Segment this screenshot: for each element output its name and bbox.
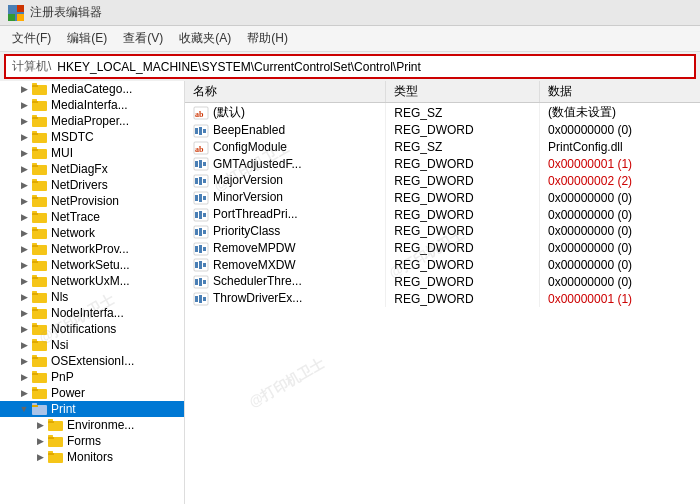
tree-item-Monitors[interactable]: ▶ Monitors xyxy=(0,449,184,465)
tree-label-NetworkProv: NetworkProv... xyxy=(51,242,129,256)
expand-arrow-Environme[interactable]: ▶ xyxy=(32,420,48,430)
menu-item-help[interactable]: 帮助(H) xyxy=(239,28,296,49)
tree-item-NetProvision[interactable]: ▶ NetProvision xyxy=(0,193,184,209)
tree-item-Power[interactable]: ▶ Power xyxy=(0,385,184,401)
menu-item-edit[interactable]: 编辑(E) xyxy=(59,28,115,49)
cell-type-BeepEnabled: REG_DWORD xyxy=(386,122,540,139)
tree-item-MediaProper[interactable]: ▶ MediaProper... xyxy=(0,113,184,129)
tree-item-NetworkUxM[interactable]: ▶ NetworkUxM... xyxy=(0,273,184,289)
svg-rect-90 xyxy=(199,177,202,185)
svg-rect-93 xyxy=(195,195,198,201)
svg-rect-81 xyxy=(203,129,206,133)
expand-arrow-NetworkSetu[interactable]: ▶ xyxy=(16,260,32,270)
expand-arrow-NetworkProv[interactable]: ▶ xyxy=(16,244,32,254)
reg-name-text-GMTAdjustedF: GMTAdjustedF... xyxy=(213,157,301,171)
expand-arrow-MSDTC[interactable]: ▶ xyxy=(16,132,32,142)
cell-data-MajorVersion: 0x00000002 (2) xyxy=(540,172,701,189)
svg-rect-102 xyxy=(199,228,202,236)
tree-item-NetTrace[interactable]: ▶ NetTrace xyxy=(0,209,184,225)
menu-item-favorites[interactable]: 收藏夹(A) xyxy=(171,28,239,49)
tree-item-NodeInterfa[interactable]: ▶ NodeInterfa... xyxy=(0,305,184,321)
table-row[interactable]: MajorVersionREG_DWORD0x00000002 (2) xyxy=(185,172,700,189)
tree-item-PnP[interactable]: ▶ PnP xyxy=(0,369,184,385)
col-header-name[interactable]: 名称 xyxy=(185,81,386,103)
expand-arrow-NetTrace[interactable]: ▶ xyxy=(16,212,32,222)
expand-arrow-NetDiagFx[interactable]: ▶ xyxy=(16,164,32,174)
expand-arrow-NodeInterfa[interactable]: ▶ xyxy=(16,308,32,318)
tree-label-MediaCateg: MediaCatego... xyxy=(51,82,132,96)
expand-arrow-MediaInterfa[interactable]: ▶ xyxy=(16,100,32,110)
tree-item-Nls[interactable]: ▶ Nls xyxy=(0,289,184,305)
expand-arrow-Nsi[interactable]: ▶ xyxy=(16,340,32,350)
tree-item-MediaCateg[interactable]: ▶ MediaCatego... xyxy=(0,81,184,97)
table-row[interactable]: GMTAdjustedF...REG_DWORD0x00000001 (1) xyxy=(185,156,700,173)
folder-icon-Power xyxy=(32,386,48,400)
expand-arrow-MUI[interactable]: ▶ xyxy=(16,148,32,158)
table-row[interactable]: RemoveMXDWREG_DWORD0x00000000 (0) xyxy=(185,257,700,274)
reg-icon-default: ab xyxy=(193,106,209,120)
svg-rect-101 xyxy=(195,229,198,235)
expand-arrow-Network[interactable]: ▶ xyxy=(16,228,32,238)
tree-item-NetDiagFx[interactable]: ▶ NetDiagFx xyxy=(0,161,184,177)
folder-icon-NetDrivers xyxy=(32,178,48,192)
tree-item-OSExtensionI[interactable]: ▶ OSExtensionI... xyxy=(0,353,184,369)
table-row[interactable]: SchedulerThre...REG_DWORD0x00000000 (0) xyxy=(185,273,700,290)
svg-rect-26 xyxy=(32,197,38,199)
table-row[interactable]: PriorityClassREG_DWORD0x00000000 (0) xyxy=(185,223,700,240)
table-row[interactable]: ThrowDriverEx...REG_DWORD0x00000001 (1) xyxy=(185,290,700,307)
tree-item-Notifications[interactable]: ▶ Notifications xyxy=(0,321,184,337)
address-bar[interactable]: 计算机\ HKEY_LOCAL_MACHINE\SYSTEM\CurrentCo… xyxy=(4,54,696,79)
expand-arrow-NetDrivers[interactable]: ▶ xyxy=(16,180,32,190)
table-row[interactable]: ab (默认)REG_SZ(数值未设置) xyxy=(185,103,700,123)
svg-rect-95 xyxy=(203,196,206,200)
tree-item-MediaInterfa[interactable]: ▶ MediaInterfa... xyxy=(0,97,184,113)
tree-item-NetDrivers[interactable]: ▶ NetDrivers xyxy=(0,177,184,193)
expand-arrow-OSExtensionI[interactable]: ▶ xyxy=(16,356,32,366)
table-row[interactable]: PortThreadPri...REG_DWORD0x00000000 (0) xyxy=(185,206,700,223)
expand-arrow-Monitors[interactable]: ▶ xyxy=(32,452,48,462)
tree-item-Forms[interactable]: ▶ Forms xyxy=(0,433,184,449)
col-header-type[interactable]: 类型 xyxy=(386,81,540,103)
table-row[interactable]: RemoveMPDWREG_DWORD0x00000000 (0) xyxy=(185,240,700,257)
expand-arrow-Nls[interactable]: ▶ xyxy=(16,292,32,302)
svg-rect-48 xyxy=(32,307,37,309)
tree-item-Print[interactable]: ▼ Print xyxy=(0,401,184,417)
reg-name-text-PriorityClass: PriorityClass xyxy=(213,224,280,238)
tree-item-NetworkSetu[interactable]: ▶ NetworkSetu... xyxy=(0,257,184,273)
tree-item-Nsi[interactable]: ▶ Nsi xyxy=(0,337,184,353)
tree-panel[interactable]: ▶ MediaCatego...▶ MediaInterfa...▶ Media… xyxy=(0,81,185,504)
menu-item-file[interactable]: 文件(F) xyxy=(4,28,59,49)
table-row[interactable]: BeepEnabledREG_DWORD0x00000000 (0) xyxy=(185,122,700,139)
tree-item-Network[interactable]: ▶ Network xyxy=(0,225,184,241)
tree-item-NetworkProv[interactable]: ▶ NetworkProv... xyxy=(0,241,184,257)
svg-rect-68 xyxy=(48,421,54,423)
reg-name-text-RemoveMXDW: RemoveMXDW xyxy=(213,258,296,272)
expand-arrow-MediaProper[interactable]: ▶ xyxy=(16,116,32,126)
expand-arrow-NetProvision[interactable]: ▶ xyxy=(16,196,32,206)
expand-arrow-MediaCateg[interactable]: ▶ xyxy=(16,84,32,94)
menu-item-view[interactable]: 查看(V) xyxy=(115,28,171,49)
svg-rect-99 xyxy=(203,213,206,217)
svg-text:ab: ab xyxy=(195,110,204,119)
tree-item-Environme[interactable]: ▶ Environme... xyxy=(0,417,184,433)
expand-arrow-NetworkUxM[interactable]: ▶ xyxy=(16,276,32,286)
svg-rect-119 xyxy=(203,297,206,301)
expand-arrow-Notifications[interactable]: ▶ xyxy=(16,324,32,334)
table-row[interactable]: ab ConfigModuleREG_SZPrintConfig.dll xyxy=(185,139,700,156)
tree-item-MUI[interactable]: ▶ MUI xyxy=(0,145,184,161)
expand-arrow-Print[interactable]: ▼ xyxy=(16,404,32,414)
cell-data-ThrowDriverEx: 0x00000001 (1) xyxy=(540,290,701,307)
svg-rect-65 xyxy=(32,405,38,407)
expand-arrow-PnP[interactable]: ▶ xyxy=(16,372,32,382)
registry-panel[interactable]: 名称类型数据 ab (默认)REG_SZ(数值未设置) BeepEnabledR… xyxy=(185,81,700,504)
expand-arrow-Power[interactable]: ▶ xyxy=(16,388,32,398)
tree-item-MSDTC[interactable]: ▶ MSDTC xyxy=(0,129,184,145)
expand-arrow-Forms[interactable]: ▶ xyxy=(32,436,48,446)
svg-rect-85 xyxy=(195,161,198,167)
col-header-data[interactable]: 数据 xyxy=(540,81,701,103)
reg-icon-MajorVersion xyxy=(193,174,209,188)
tree-label-Power: Power xyxy=(51,386,85,400)
table-row[interactable]: MinorVersionREG_DWORD0x00000000 (0) xyxy=(185,189,700,206)
reg-name-text-ThrowDriverEx: ThrowDriverEx... xyxy=(213,291,302,305)
folder-icon-NetTrace xyxy=(32,210,48,224)
